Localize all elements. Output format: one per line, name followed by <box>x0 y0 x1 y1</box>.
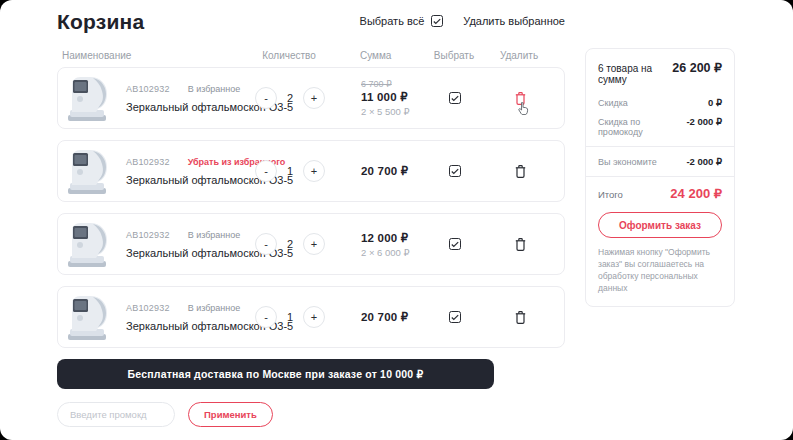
quantity-value: 1 <box>286 311 294 323</box>
savings-value: -2 000 ₽ <box>686 156 722 167</box>
increase-button[interactable]: + <box>303 306 325 328</box>
product-image <box>63 218 115 270</box>
total-value: 24 200 ₽ <box>670 186 722 201</box>
promo-discount-value: -2 000 ₽ <box>686 116 722 127</box>
product-article: АВ102932 <box>126 157 170 167</box>
order-summary-card: 6 товара на сумму 26 200 ₽ Скидка 0 ₽ Ск… <box>585 48 735 307</box>
col-header-quantity: Количество <box>242 50 336 61</box>
cart-item-row: АВ102932 В избранное Зеркальный офтальмо… <box>57 213 565 275</box>
product-name[interactable]: Зеркальный офтальмоскоп О3-5 <box>126 174 243 186</box>
decrease-button[interactable]: - <box>255 87 277 109</box>
increase-button[interactable]: + <box>303 233 325 255</box>
checkbox-checked-icon <box>451 168 459 175</box>
product-image <box>63 145 115 197</box>
price: 11 000 ₽ <box>361 90 433 104</box>
total-label: Итого <box>598 189 623 200</box>
favorite-link[interactable]: В избранное <box>188 230 241 240</box>
row-checkbox[interactable] <box>449 165 461 177</box>
favorite-link[interactable]: В избранное <box>188 84 241 94</box>
price: 20 700 ₽ <box>361 310 433 324</box>
quantity-stepper: - 1 + <box>243 160 337 182</box>
product-name[interactable]: Зеркальный офтальмоскоп О3-5 <box>126 101 243 113</box>
col-header-select: Выбрать <box>432 50 476 61</box>
delete-selected-button[interactable]: Удалить выбранное <box>463 15 565 27</box>
trash-icon[interactable] <box>515 92 526 105</box>
checkbox-checked-icon <box>433 18 441 25</box>
promo-row: Применить <box>57 402 565 427</box>
col-header-sum: Сумма <box>336 50 432 61</box>
select-all-label: Выбрать всё <box>360 15 425 27</box>
product-name[interactable]: Зеркальный офтальмоскоп О3-5 <box>126 247 243 259</box>
price: 12 000 ₽ <box>361 231 433 245</box>
product-image <box>63 72 115 124</box>
select-all-control[interactable]: Выбрать всё <box>360 15 444 27</box>
price: 20 700 ₽ <box>361 164 433 178</box>
trash-icon[interactable] <box>515 238 526 251</box>
quantity-stepper: - 2 + <box>243 87 337 109</box>
product-article: АВ102932 <box>126 230 170 240</box>
col-header-delete: Удалить <box>476 50 562 61</box>
increase-button[interactable]: + <box>303 87 325 109</box>
checkout-disclaimer: Нажимая кнопку "Оформить заказ" вы согла… <box>598 247 722 295</box>
discount-value: 0 ₽ <box>708 97 722 108</box>
cart-page: Корзина Выбрать всё Удалить выбранное На… <box>0 0 793 440</box>
cart-items-column: Наименование Количество Сумма Выбрать Уд… <box>57 48 565 427</box>
price-breakdown: 2 × 5 500 ₽ <box>361 106 433 117</box>
promo-code-input[interactable] <box>57 402 175 427</box>
checkout-button[interactable]: Оформить заказ <box>598 212 722 238</box>
quantity-value: 1 <box>286 165 294 177</box>
savings-label: Вы экономите <box>598 157 657 167</box>
promo-discount-label: Скидка по промокоду <box>598 117 686 137</box>
delete-selected-label: Удалить выбранное <box>463 15 565 27</box>
checkbox-checked-icon <box>451 241 459 248</box>
quantity-stepper: - 1 + <box>243 306 337 328</box>
items-total-value: 26 200 ₽ <box>672 60 722 75</box>
discount-label: Скидка <box>598 98 628 108</box>
row-checkbox[interactable] <box>449 238 461 250</box>
trash-icon[interactable] <box>515 311 526 324</box>
row-checkbox[interactable] <box>449 311 461 323</box>
col-header-name: Наименование <box>62 50 242 61</box>
select-all-checkbox[interactable] <box>431 15 443 27</box>
items-count-label: 6 товара на сумму <box>598 63 672 85</box>
table-header: Наименование Количество Сумма Выбрать Уд… <box>57 48 565 62</box>
cart-item-row: АВ102932 В избранное Зеркальный офтальмо… <box>57 67 565 129</box>
banner-text: Бесплатная доставка по Москве при заказе… <box>128 368 424 380</box>
product-name[interactable]: Зеркальный офтальмоскоп О3-5 <box>126 320 243 332</box>
price-breakdown: 2 × 6 000 ₽ <box>361 247 433 258</box>
quantity-value: 2 <box>286 238 294 250</box>
summary-divider <box>586 176 734 177</box>
quantity-value: 2 <box>286 92 294 104</box>
product-image <box>63 291 115 343</box>
trash-icon[interactable] <box>515 165 526 178</box>
top-actions: Выбрать всё Удалить выбранное <box>360 15 565 27</box>
increase-button[interactable]: + <box>303 160 325 182</box>
decrease-button[interactable]: - <box>255 160 277 182</box>
apply-promo-button[interactable]: Применить <box>188 402 273 427</box>
checkbox-checked-icon <box>451 314 459 321</box>
row-checkbox[interactable] <box>449 92 461 104</box>
free-delivery-banner: Бесплатная доставка по Москве при заказе… <box>57 359 494 389</box>
quantity-stepper: - 2 + <box>243 233 337 255</box>
cart-item-row: АВ102932 Убрать из избранного Зеркальный… <box>57 140 565 202</box>
decrease-button[interactable]: - <box>255 306 277 328</box>
decrease-button[interactable]: - <box>255 233 277 255</box>
old-price: 6 700 ₽ <box>361 79 433 89</box>
cart-item-row: АВ102932 В избранное Зеркальный офтальмо… <box>57 286 565 348</box>
product-article: АВ102932 <box>126 84 170 94</box>
product-article: АВ102932 <box>126 303 170 313</box>
page-title: Корзина <box>57 10 144 34</box>
summary-divider <box>586 146 734 147</box>
checkbox-checked-icon <box>451 95 459 102</box>
favorite-link[interactable]: В избранное <box>188 303 241 313</box>
